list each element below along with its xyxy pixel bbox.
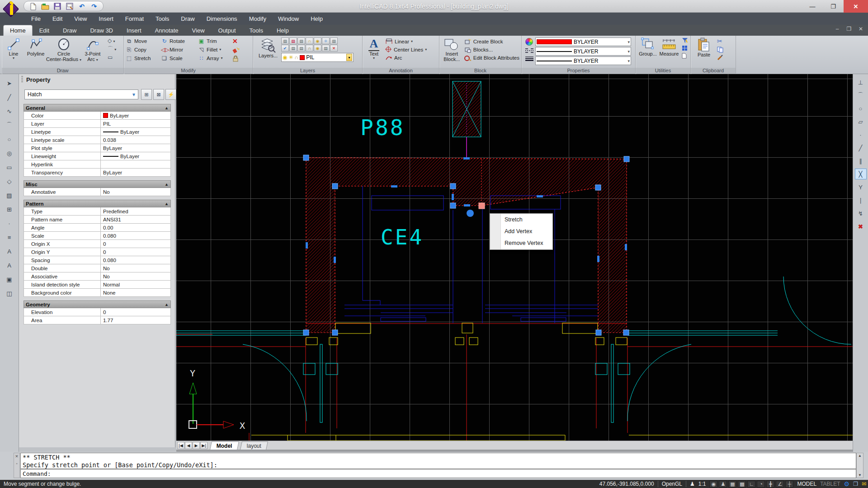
- page-icon[interactable]: [682, 53, 688, 59]
- donut-icon[interactable]: ◎: [4, 148, 15, 159]
- command-scrollbar[interactable]: ▲▼: [856, 453, 863, 478]
- insert-block-button[interactable]: Insert Block...: [441, 37, 462, 67]
- blocks-button[interactable]: Blocks...: [464, 46, 519, 53]
- undo-icon[interactable]: ↶: [77, 2, 86, 11]
- stretch-button[interactable]: ⬚Stretch: [126, 55, 161, 61]
- view-icon[interactable]: ◫: [4, 288, 15, 299]
- section-header-general[interactable]: General▲: [24, 104, 171, 112]
- group-button[interactable]: Group...: [637, 37, 658, 67]
- ribbon-tab-view[interactable]: View: [186, 25, 211, 36]
- command-input[interactable]: Command:: [20, 469, 856, 478]
- last-sheet-icon[interactable]: ▶|: [200, 442, 208, 449]
- circle-icon[interactable]: ○: [4, 134, 15, 145]
- layer-tool-icon[interactable]: ∩: [306, 38, 313, 44]
- annoscale-icon[interactable]: ♟: [719, 481, 727, 488]
- property-row[interactable]: Linetype scale0.038: [24, 136, 171, 144]
- snap-perpendicular-icon[interactable]: ∣: [855, 195, 867, 206]
- snap-quadrant-icon[interactable]: ○: [855, 103, 867, 114]
- measure-button[interactable]: Measure: [658, 37, 680, 67]
- save-icon[interactable]: [53, 2, 62, 11]
- ribbon-tab-tools[interactable]: Tools: [243, 25, 269, 36]
- snap-insert-icon[interactable]: ▱: [855, 116, 867, 127]
- grid-icon[interactable]: ▩: [738, 481, 746, 488]
- etrack-icon[interactable]: ∠: [776, 481, 784, 488]
- tab-layout[interactable]: layout: [240, 441, 268, 450]
- ribbon-tab-annotate[interactable]: Annotate: [149, 25, 185, 36]
- next-sheet-icon[interactable]: ▶: [193, 442, 200, 449]
- menu-item-file[interactable]: File: [25, 14, 47, 24]
- match-properties-icon[interactable]: [717, 55, 723, 61]
- ribbon-tab-draw[interactable]: Draw: [57, 25, 83, 36]
- property-row[interactable]: AnnotativeNo: [24, 188, 171, 196]
- prev-sheet-icon[interactable]: ◀: [185, 442, 192, 449]
- layer-tool-icon[interactable]: ✕: [330, 45, 338, 52]
- property-row[interactable]: Island detection styleNormal: [24, 281, 171, 289]
- revcloud-tool-icon[interactable]: ⌒ ▾: [108, 45, 116, 53]
- copy-clip-icon[interactable]: [717, 47, 723, 53]
- settings-gear-icon[interactable]: ⚙: [844, 480, 850, 488]
- snap-apparent-icon[interactable]: Y: [855, 182, 867, 192]
- hatch-icon[interactable]: ▨: [4, 190, 15, 201]
- cut-icon[interactable]: ✂: [717, 38, 723, 45]
- minimize-button[interactable]: —: [802, 0, 823, 13]
- snap-nearest-icon[interactable]: ╱: [855, 142, 867, 153]
- color-wheel-icon[interactable]: [525, 38, 533, 46]
- layer-tool-icon[interactable]: ❄: [322, 38, 330, 44]
- property-row[interactable]: Origin X0: [24, 240, 171, 248]
- snap-node-icon[interactable]: ∙: [855, 129, 867, 140]
- doc-restore-icon[interactable]: ❐: [845, 26, 853, 32]
- property-row[interactable]: Pattern nameANSI31: [24, 216, 171, 224]
- text-icon[interactable]: A: [4, 246, 15, 257]
- property-row[interactable]: Hyperlink: [24, 160, 171, 169]
- snap-track-icon[interactable]: ↯: [855, 208, 867, 219]
- polyline-icon[interactable]: ∿: [4, 106, 15, 117]
- property-row[interactable]: Scale0.080: [24, 232, 171, 240]
- mirror-button[interactable]: ◁▷Mirror: [161, 47, 198, 53]
- line-icon[interactable]: ╱: [4, 92, 15, 103]
- polygon-icon[interactable]: ◇: [4, 176, 15, 187]
- redo-icon[interactable]: ↷: [90, 2, 99, 11]
- menu-item-tools[interactable]: Tools: [150, 14, 175, 24]
- property-row[interactable]: Angle0.00: [24, 224, 171, 232]
- trim-button[interactable]: ▣Trim: [198, 38, 231, 44]
- layer-tool-icon[interactable]: ∩: [306, 45, 313, 52]
- polyline-button[interactable]: Polyline: [24, 37, 48, 67]
- mtext-icon[interactable]: A: [4, 260, 15, 271]
- menu-item-format[interactable]: Format: [119, 14, 150, 24]
- section-header-misc[interactable]: Misc▲: [24, 180, 171, 188]
- new-file-icon[interactable]: [28, 2, 38, 11]
- property-row[interactable]: Area1.77: [24, 316, 171, 324]
- property-row[interactable]: TransparencyByLayer: [24, 169, 171, 177]
- lock-icon[interactable]: [232, 55, 239, 62]
- deselect-button[interactable]: ⊠: [153, 89, 164, 100]
- rectangle-icon[interactable]: ▭: [4, 162, 15, 173]
- layer-combo-dropdown-icon[interactable]: ▾: [346, 54, 352, 61]
- section-header-geometry[interactable]: Geometry▲: [24, 300, 171, 308]
- explode-icon[interactable]: [232, 47, 239, 53]
- property-row[interactable]: Elevation0: [24, 308, 171, 316]
- rectangle-tool-icon[interactable]: ▭: [108, 54, 116, 61]
- save-as-icon[interactable]: [65, 2, 74, 11]
- arc-icon[interactable]: ⌒: [4, 120, 15, 131]
- layer-combo[interactable]: ◉ ✳ ∩ PIL ▾: [281, 53, 354, 62]
- snap-endpoint-icon[interactable]: ⊥: [855, 77, 867, 88]
- pointer-icon[interactable]: ➤: [4, 78, 15, 89]
- property-row[interactable]: Background colorNone: [24, 289, 171, 297]
- select-entities-button[interactable]: ⊞: [141, 89, 152, 100]
- property-row[interactable]: TypePredefined: [24, 207, 171, 216]
- scale-button[interactable]: ❏Scale: [161, 55, 198, 61]
- layer-tool-icon[interactable]: ▤: [330, 38, 338, 44]
- layers-icon[interactable]: ≡: [4, 232, 15, 243]
- property-row[interactable]: Spacing0.080: [24, 256, 171, 264]
- property-row[interactable]: LayerPIL: [24, 120, 171, 128]
- tablet-toggle[interactable]: TABLET: [820, 481, 840, 487]
- polar-icon[interactable]: ◔: [757, 481, 765, 488]
- layer-tool-icon[interactable]: ▤: [289, 38, 297, 44]
- delete-icon[interactable]: ✕: [232, 38, 239, 45]
- menu-item-window[interactable]: Window: [272, 14, 305, 24]
- ribbon-tab-edit[interactable]: Edit: [33, 25, 56, 36]
- context-item-add-vertex[interactable]: Add Vertex: [490, 225, 552, 237]
- crosshair-icon[interactable]: ┼: [785, 481, 793, 488]
- tab-model[interactable]: Model: [210, 441, 239, 450]
- draw-order-icon[interactable]: [682, 45, 688, 51]
